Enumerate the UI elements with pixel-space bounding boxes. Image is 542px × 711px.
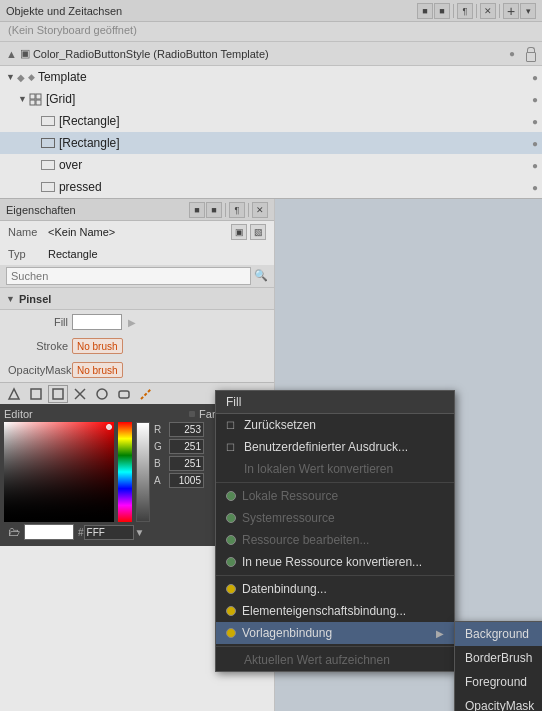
fill-expand[interactable]: ▶ <box>128 317 136 328</box>
tree-item-grid[interactable]: ▼ [Grid] ● <box>0 88 542 110</box>
a-row: A <box>154 473 204 488</box>
name-icon-2[interactable]: ▧ <box>250 224 266 240</box>
props-icon-1[interactable]: ■ <box>189 202 205 218</box>
submenu-item-background[interactable]: Background ❯ <box>455 622 542 646</box>
rect1-icon <box>41 116 55 126</box>
stroke-value[interactable]: No brush <box>72 338 123 354</box>
r-input[interactable] <box>169 422 204 437</box>
icon-btn-chevron[interactable]: ▾ <box>520 3 536 19</box>
b-row: B <box>154 456 204 471</box>
tree-item-rect1[interactable]: ▼ [Rectangle] ● <box>0 110 542 132</box>
fill-swatch[interactable] <box>72 314 122 330</box>
editor-label: Editor <box>4 408 189 420</box>
name-value: <Kein Name> <box>48 226 115 238</box>
search-input[interactable] <box>6 267 251 285</box>
dot-res-bearb <box>226 535 236 545</box>
tree-item-template[interactable]: ▼ ◆ ◆ Template ● <box>0 66 542 88</box>
icon-btn-1[interactable]: ■ <box>417 3 433 19</box>
menu-item-elementeigenschaft[interactable]: Elementeigenschaftsbindung... <box>216 600 454 622</box>
menu-label-lokale-res: Lokale Ressource <box>242 489 338 503</box>
toolbar-icon-7[interactable] <box>136 385 156 403</box>
tree-item-pressed[interactable]: ▼ pressed ● <box>0 176 542 198</box>
divider2 <box>476 4 477 18</box>
submenu-label-opacitymask: OpacityMask <box>465 699 534 711</box>
storyboard-text: (Kein Storyboard geöffnet) <box>8 24 137 36</box>
menu-divider-3 <box>216 646 454 647</box>
editor-dot <box>189 411 195 417</box>
menu-item-res-bearbeiten: Ressource bearbeiten... <box>216 529 454 551</box>
submenu-item-foreground[interactable]: Foreground <box>455 670 542 694</box>
toolbar-icon-2[interactable] <box>26 385 46 403</box>
submenu-item-opacitymask[interactable]: OpacityMask <box>455 694 542 711</box>
stroke-row: Stroke No brush <box>0 334 274 358</box>
tree-label-grid: [Grid] <box>46 92 532 106</box>
alpha-slider[interactable] <box>136 422 150 522</box>
toolbar-icon-4[interactable] <box>70 385 90 403</box>
divider <box>453 4 454 18</box>
context-menu-title: Fill <box>216 391 454 414</box>
g-label: G <box>154 441 166 452</box>
props-icon-2[interactable]: ■ <box>206 202 222 218</box>
check-zuruecksetzen: ☐ <box>226 420 240 431</box>
tree-right-over: ● <box>532 160 538 171</box>
menu-item-benutzerdefiniert[interactable]: ☐ Benutzerdefinierter Ausdruck... <box>216 436 454 458</box>
pinsel-section-header[interactable]: ▼ Pinsel <box>0 288 274 310</box>
svg-rect-5 <box>31 389 41 399</box>
name-icon-1[interactable]: ▣ <box>231 224 247 240</box>
tree-right-grid: ● <box>532 94 538 105</box>
props-icons: ■ ■ ¶ ✕ <box>189 202 268 218</box>
b-label: B <box>154 458 166 469</box>
typ-label: Typ <box>8 248 48 260</box>
props-close[interactable]: ✕ <box>252 202 268 218</box>
props-panel-header: Eigenschaften ■ ■ ¶ ✕ <box>0 199 274 221</box>
tree-label-pressed: pressed <box>59 180 532 194</box>
hex-input[interactable] <box>84 525 134 540</box>
submenu-label-borderbrush: BorderBrush <box>465 651 532 665</box>
icon-btn-pin[interactable]: ¶ <box>457 3 473 19</box>
tree-item-over[interactable]: ▼ over ● <box>0 154 542 176</box>
eye-icon-template[interactable]: ● <box>504 46 520 62</box>
opacitymask-row: OpacityMask No brush <box>0 358 274 382</box>
menu-label-lokalen: In lokalen Wert konvertieren <box>244 462 393 476</box>
gradient-box[interactable] <box>4 422 114 522</box>
toolbar-icon-1[interactable] <box>4 385 24 403</box>
visibility-icon-over[interactable]: ● <box>532 160 538 171</box>
svg-point-9 <box>97 389 107 399</box>
menu-item-datenbindung[interactable]: Datenbindung... <box>216 578 454 600</box>
menu-label-aufzeichnen: Aktuellen Wert aufzeichnen <box>244 653 390 667</box>
menu-divider-1 <box>216 482 454 483</box>
svg-line-11 <box>141 389 151 399</box>
menu-item-neue-res[interactable]: In neue Ressource konvertieren... <box>216 551 454 573</box>
tree-item-rect2[interactable]: ▼ [Rectangle] ● <box>0 132 542 154</box>
hue-slider[interactable] <box>118 422 132 522</box>
icon-btn-2[interactable]: ■ <box>434 3 450 19</box>
props-pin[interactable]: ¶ <box>229 202 245 218</box>
g-row: G <box>154 439 204 454</box>
visibility-icon-rect2[interactable]: ● <box>532 138 538 149</box>
toolbar-icon-5[interactable] <box>92 385 112 403</box>
icon-btn-plus[interactable]: + <box>503 3 519 19</box>
b-input[interactable] <box>169 456 204 471</box>
eyedropper-icon[interactable]: 🗁 <box>8 525 20 539</box>
fill-label: Fill <box>8 316 68 328</box>
visibility-icon-template[interactable]: ● <box>532 72 538 83</box>
arrow-spacer4: ▼ <box>30 182 39 192</box>
svg-rect-1 <box>36 94 41 99</box>
g-input[interactable] <box>169 439 204 454</box>
opacitymask-value[interactable]: No brush <box>72 362 123 378</box>
template-icon: ▣ <box>20 47 30 60</box>
expand-btn[interactable]: ▼ <box>134 526 146 538</box>
visibility-icon-grid[interactable]: ● <box>532 94 538 105</box>
visibility-icon-rect1[interactable]: ● <box>532 116 538 127</box>
menu-item-zuruecksetzen[interactable]: ☐ Zurücksetzen <box>216 414 454 436</box>
panel-title-objekte: Objekte und Zeitachsen <box>6 5 122 17</box>
props-top-icons: ■ ■ ¶ ✕ <box>189 202 268 218</box>
toolbar-icon-3[interactable] <box>48 385 68 403</box>
color-cursor <box>106 424 112 430</box>
toolbar-icon-6[interactable] <box>114 385 134 403</box>
a-input[interactable] <box>169 473 204 488</box>
visibility-icon-pressed[interactable]: ● <box>532 182 538 193</box>
submenu-item-borderbrush[interactable]: BorderBrush <box>455 646 542 670</box>
menu-item-vorlagenbindung[interactable]: Vorlagenbindung ▶ Background ❯ BorderBru… <box>216 622 454 644</box>
icon-btn-close[interactable]: ✕ <box>480 3 496 19</box>
